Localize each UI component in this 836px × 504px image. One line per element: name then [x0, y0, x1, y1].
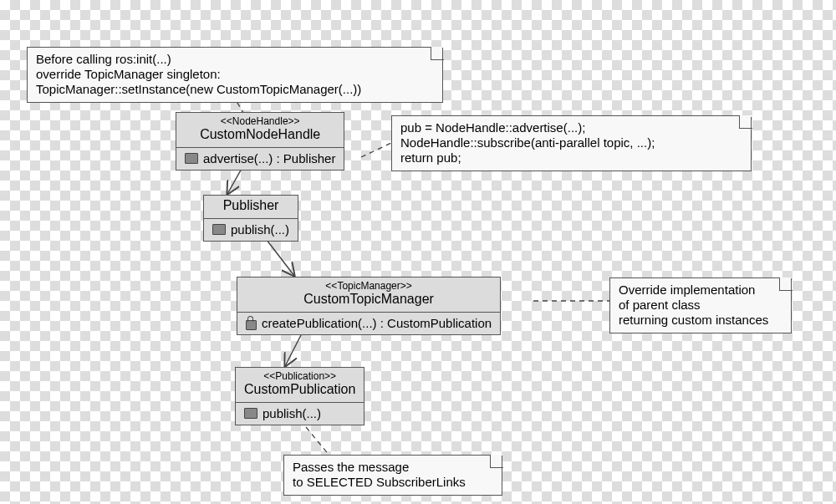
note-text: NodeHandle::subscribe(anti-parallel topi…	[400, 135, 742, 150]
note-advertise: pub = NodeHandle::advertise(...); NodeHa…	[391, 115, 752, 171]
visibility-package-icon	[212, 224, 226, 235]
operation: createPublication(...) : CustomPublicati…	[246, 316, 492, 330]
operation-text: createPublication(...) : CustomPublicati…	[262, 316, 492, 330]
note-init: Before calling ros:init(...) override To…	[27, 47, 443, 103]
note-text: Before calling ros:init(...)	[36, 52, 434, 67]
uml-diagram: Before calling ros:init(...) override To…	[0, 0, 836, 504]
class-custom-topic-manager: <<TopicManager>> CustomTopicManager crea…	[237, 277, 501, 335]
class-custom-node-handle: <<NodeHandle>> CustomNodeHandle advertis…	[176, 112, 344, 171]
note-passes: Passes the message to SELECTED Subscribe…	[283, 455, 502, 496]
note-fold-icon	[431, 47, 444, 60]
operation: advertise(...) : Publisher	[185, 151, 335, 165]
operation-text: advertise(...) : Publisher	[203, 151, 335, 165]
note-text: pub = NodeHandle::advertise(...);	[400, 120, 742, 135]
note-fold-icon	[779, 277, 793, 291]
operation: publish(...)	[244, 406, 355, 420]
visibility-protected-icon	[246, 320, 257, 330]
svg-line-3	[267, 240, 294, 276]
svg-line-1	[361, 143, 391, 157]
operation-text: publish(...)	[231, 222, 289, 237]
note-fold-icon	[490, 455, 503, 468]
class-name: Publisher	[212, 198, 289, 214]
note-text: Passes the message	[293, 460, 493, 475]
note-text: return pub;	[400, 150, 742, 165]
class-custom-publication: <<Publication>> CustomPublication publis…	[235, 367, 364, 425]
note-text: of parent class	[619, 298, 782, 313]
svg-line-5	[285, 335, 301, 366]
note-override: Override implementation of parent class …	[609, 277, 792, 333]
class-name: CustomNodeHandle	[185, 127, 335, 143]
class-name: CustomPublication	[244, 382, 355, 398]
operation: publish(...)	[212, 222, 289, 237]
note-text: returning custom instances	[619, 313, 782, 328]
class-name: CustomTopicManager	[246, 292, 492, 308]
note-text: Override implementation	[619, 283, 782, 298]
note-text: to SELECTED SubscriberLinks	[293, 475, 493, 490]
note-text: override TopicManager singleton:	[36, 67, 434, 82]
stereotype: <<Publication>>	[244, 370, 355, 382]
note-text: TopicManager::setInstance(new CustomTopi…	[36, 82, 434, 97]
stereotype: <<TopicManager>>	[246, 280, 492, 292]
class-publisher: Publisher publish(...)	[203, 195, 298, 242]
operation-text: publish(...)	[263, 406, 321, 420]
visibility-package-icon	[244, 408, 257, 419]
visibility-package-icon	[185, 153, 198, 164]
stereotype: <<NodeHandle>>	[185, 115, 335, 127]
svg-line-2	[227, 167, 242, 194]
note-fold-icon	[739, 115, 752, 129]
